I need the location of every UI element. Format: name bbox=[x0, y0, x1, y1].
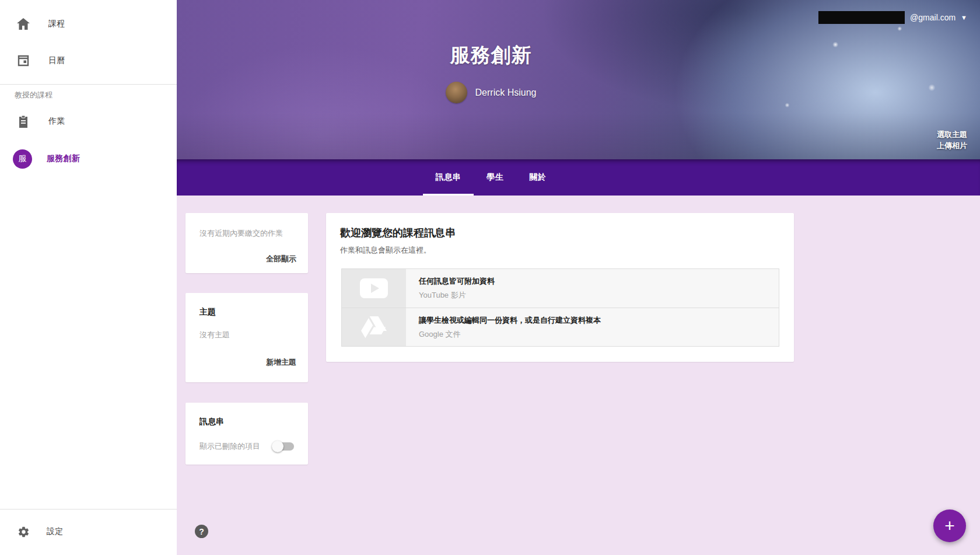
topics-empty-text: 沒有主題 bbox=[200, 330, 296, 340]
welcome-title: 歡迎瀏覽您的課程訊息串 bbox=[340, 226, 780, 240]
cover-center: 服務創新 Derrick Hsiung bbox=[177, 42, 805, 106]
cover-links: 選取主題 上傳相片 bbox=[937, 129, 967, 151]
help-button[interactable]: ? bbox=[195, 525, 208, 538]
sidebar-item-settings[interactable]: 設定 bbox=[0, 515, 177, 548]
class-avatar: 服 bbox=[13, 149, 32, 169]
sidebar: 課程 日曆 教授的課程 作業 服 服務創新 設定 bbox=[0, 0, 177, 555]
upload-photo-link[interactable]: 上傳相片 bbox=[937, 140, 967, 151]
sidebar-item-label: 作業 bbox=[48, 116, 65, 127]
account-menu[interactable]: @gmail.com ▼ bbox=[818, 11, 967, 24]
class-owner: Derrick Hsiung bbox=[446, 82, 537, 103]
sidebar-section-label: 教授的課程 bbox=[15, 90, 52, 100]
owner-name: Derrick Hsiung bbox=[475, 88, 537, 98]
clipboard-icon bbox=[16, 114, 31, 129]
tab-about[interactable]: 關於 bbox=[516, 159, 559, 196]
tab-stream[interactable]: 訊息串 bbox=[423, 159, 474, 196]
sidebar-divider bbox=[0, 84, 177, 85]
owner-avatar bbox=[446, 82, 467, 103]
sidebar-divider bbox=[0, 509, 177, 509]
tip-text: 任何訊息皆可附加資料 YouTube 影片 bbox=[406, 269, 779, 308]
sidebar-item-label: 服務創新 bbox=[47, 153, 80, 164]
tip-text: 讓學生檢視或編輯同一份資料，或是自行建立資料複本 Google 文件 bbox=[406, 308, 779, 346]
home-icon bbox=[16, 16, 31, 32]
gear-icon bbox=[16, 524, 31, 539]
attachment-tips: 任何訊息皆可附加資料 YouTube 影片 讓學生檢視或編輯同一份資料，或是自行… bbox=[341, 268, 779, 347]
select-theme-link[interactable]: 選取主題 bbox=[937, 129, 967, 140]
sidebar-item-courses[interactable]: 課程 bbox=[0, 8, 177, 40]
tabs: 訊息串 學生 關於 bbox=[177, 159, 805, 196]
create-post-fab[interactable]: + bbox=[933, 509, 966, 542]
show-deleted-row: 顯示已刪除的項目 bbox=[200, 441, 294, 452]
calendar-icon bbox=[16, 53, 31, 68]
class-title: 服務創新 bbox=[177, 42, 805, 69]
chevron-down-icon: ▼ bbox=[961, 14, 967, 21]
tab-bar: 訊息串 學生 關於 bbox=[177, 159, 980, 196]
topics-title: 主題 bbox=[200, 307, 296, 317]
add-topic-link[interactable]: 新增主題 bbox=[200, 357, 296, 368]
sidebar-item-assignments[interactable]: 作業 bbox=[0, 105, 177, 138]
topics-card: 主題 沒有主題 新增主題 bbox=[186, 293, 308, 382]
stream-settings-title: 訊息串 bbox=[200, 417, 294, 427]
stream-settings-card: 訊息串 顯示已刪除的項目 bbox=[186, 403, 308, 465]
account-email: @gmail.com bbox=[910, 13, 956, 22]
toggle-knob bbox=[272, 441, 284, 452]
sidebar-item-class[interactable]: 服 服務創新 bbox=[0, 142, 177, 175]
show-deleted-label: 顯示已刪除的項目 bbox=[200, 441, 260, 452]
class-cover: @gmail.com ▼ 服務創新 Derrick Hsiung 選取主題 上傳… bbox=[177, 0, 980, 159]
tab-students[interactable]: 學生 bbox=[474, 159, 516, 196]
welcome-card: 歡迎瀏覽您的課程訊息串 作業和訊息會顯示在這裡。 任何訊息皆可附加資料 YouT… bbox=[326, 213, 794, 362]
sidebar-item-label: 設定 bbox=[47, 526, 64, 537]
tip-row-drive: 讓學生檢視或編輯同一份資料，或是自行建立資料複本 Google 文件 bbox=[342, 308, 779, 346]
upcoming-work-card: 沒有近期內要繳交的作業 全部顯示 bbox=[186, 213, 308, 273]
welcome-subtitle: 作業和訊息會顯示在這裡。 bbox=[340, 245, 780, 256]
drive-icon bbox=[342, 308, 406, 346]
tip-row-youtube: 任何訊息皆可附加資料 YouTube 影片 bbox=[342, 269, 779, 308]
redacted-username bbox=[818, 11, 905, 24]
show-all-link[interactable]: 全部顯示 bbox=[200, 254, 296, 264]
sidebar-item-label: 課程 bbox=[48, 19, 65, 29]
youtube-icon bbox=[342, 269, 406, 308]
sidebar-item-label: 日曆 bbox=[48, 55, 65, 66]
sidebar-item-calendar[interactable]: 日曆 bbox=[0, 44, 177, 77]
stream-content: 沒有近期內要繳交的作業 全部顯示 主題 沒有主題 新增主題 訊息串 顯示已刪除的… bbox=[177, 196, 980, 555]
show-deleted-toggle[interactable] bbox=[274, 442, 294, 451]
upcoming-empty-text: 沒有近期內要繳交的作業 bbox=[200, 228, 296, 239]
